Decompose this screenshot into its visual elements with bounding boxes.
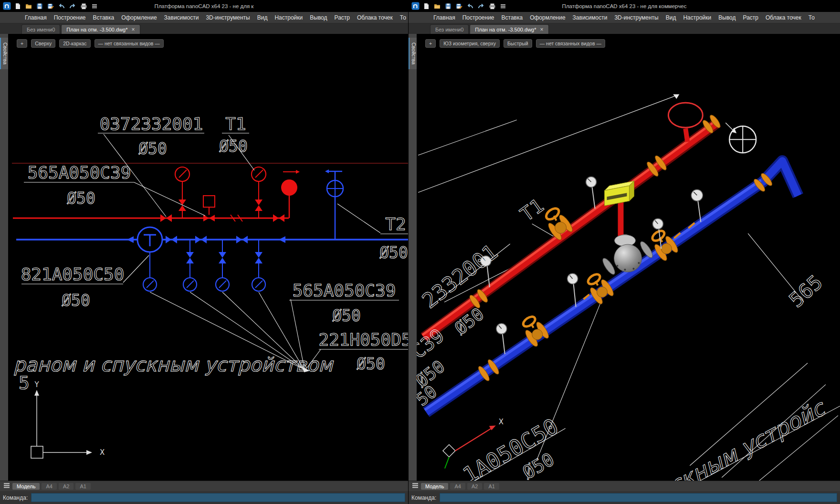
menu-icon[interactable] bbox=[499, 2, 507, 10]
menu-item-glavnaya[interactable]: Главная bbox=[433, 14, 455, 21]
label-t1: T1 bbox=[516, 194, 548, 225]
main-area: Свойства + ЮЗ изометрия, сверху Быстрый … bbox=[409, 34, 840, 481]
open-folder-icon[interactable] bbox=[24, 2, 33, 10]
pipe-label-2-dia: Ø50 bbox=[219, 137, 248, 156]
save-icon[interactable] bbox=[444, 2, 452, 10]
doc-tab-untitled[interactable]: Без имени0 bbox=[21, 24, 60, 34]
viewport-view-chip[interactable]: ЮЗ изометрия, сверху bbox=[440, 39, 500, 48]
titlebar: Платформа nanoCAD x64 23 - не для к bbox=[0, 0, 408, 12]
print-icon[interactable] bbox=[488, 2, 496, 10]
menu-item-to[interactable]: То bbox=[808, 14, 815, 21]
viewport-links-chip[interactable]: — нет связанных видов — bbox=[94, 39, 164, 48]
sheet-list-icon[interactable] bbox=[3, 482, 10, 491]
doc-tabbar: Без имени0 План на отм. -3.500.dwg*× bbox=[0, 23, 408, 34]
menu-item-vid[interactable]: Вид bbox=[257, 14, 268, 21]
menu-item-vstavka[interactable]: Вставка bbox=[93, 14, 115, 21]
tab-close-icon[interactable]: × bbox=[131, 27, 135, 32]
menubar: Главная Построение Вставка Оформление За… bbox=[0, 12, 408, 23]
menu-item-3d-instrumenty[interactable]: 3D-инструменты bbox=[206, 14, 250, 21]
command-bar: Команда: bbox=[409, 491, 840, 504]
tab-close-icon[interactable]: × bbox=[540, 27, 543, 32]
viewport-plus-button[interactable]: + bbox=[425, 39, 436, 48]
doc-tab-untitled[interactable]: Без имени0 bbox=[430, 24, 469, 34]
menu-item-glavnaya[interactable]: Главная bbox=[25, 14, 47, 21]
menu-item-vyvod[interactable]: Вывод bbox=[310, 14, 327, 21]
menubar: Главная Построение Вставка Оформление За… bbox=[409, 12, 840, 23]
viewport-style-chip[interactable]: 2D-каркас bbox=[59, 39, 90, 48]
menu-item-postroenie[interactable]: Построение bbox=[54, 14, 86, 21]
label-565: 565 bbox=[785, 271, 827, 312]
menu-item-postroenie[interactable]: Построение bbox=[462, 14, 494, 21]
menu-item-oformlenie[interactable]: Оформление bbox=[121, 14, 157, 21]
menu-item-oblaka-tochek[interactable]: Облака точек bbox=[766, 14, 801, 21]
main-area: Свойства + Сверху 2D-каркас — нет связан… bbox=[0, 34, 408, 481]
annotation-note: раном и спускным устройством bbox=[13, 354, 334, 376]
sheet-tab-a1[interactable]: А1 bbox=[75, 483, 90, 490]
pipe-label-5-id: T2 bbox=[385, 214, 406, 234]
sheet-tab-model[interactable]: Модель bbox=[12, 483, 40, 490]
doc-tab-active[interactable]: План на отм. -3.500.dwg*× bbox=[61, 24, 140, 34]
menu-item-oformlenie[interactable]: Оформление bbox=[530, 14, 565, 21]
command-input[interactable] bbox=[440, 493, 837, 502]
viewport-links-chip[interactable]: — нет связанных видов — bbox=[536, 39, 605, 48]
properties-panel-tab[interactable]: Свойства bbox=[0, 38, 8, 69]
axis-x-label: X bbox=[499, 418, 504, 426]
doc-tabbar: Без имени0 План на отм. -3.500.dwg*× bbox=[409, 23, 840, 34]
redo-icon[interactable] bbox=[477, 2, 485, 10]
menu-icon[interactable] bbox=[90, 2, 99, 10]
nanocad-logo[interactable] bbox=[2, 2, 11, 10]
sheet-tabbar: Модель А4 А2 А1 bbox=[409, 481, 840, 491]
regulator-valve bbox=[601, 234, 655, 276]
annotation-layer: 0372332001 Ø50 T1 Ø50 565A050C39 Ø50 821… bbox=[13, 114, 408, 393]
menu-item-oblaka-tochek[interactable]: Облака точек bbox=[357, 14, 393, 21]
redo-icon[interactable] bbox=[68, 2, 77, 10]
pipe-label-1-id: 0372332001 bbox=[100, 114, 203, 134]
drawing-canvas-3d[interactable]: + ЮЗ изометрия, сверху Быстрый — нет свя… bbox=[417, 34, 840, 481]
undo-icon[interactable] bbox=[57, 2, 66, 10]
sheet-tab-model[interactable]: Модель bbox=[421, 483, 448, 490]
menu-item-zavisimosti[interactable]: Зависимости bbox=[164, 14, 199, 21]
drawing-canvas-2d[interactable]: + Сверху 2D-каркас — нет связанных видов… bbox=[8, 34, 408, 481]
sheet-list-icon[interactable] bbox=[411, 482, 419, 491]
menu-item-nastroyki[interactable]: Настройки bbox=[683, 14, 711, 21]
menu-item-nastroyki[interactable]: Настройки bbox=[274, 14, 303, 21]
menu-item-zavisimosti[interactable]: Зависимости bbox=[573, 14, 608, 21]
menu-item-to[interactable]: То bbox=[400, 14, 406, 21]
sheet-tab-a2[interactable]: А2 bbox=[467, 483, 482, 490]
sheet-tab-a2[interactable]: А2 bbox=[59, 483, 74, 490]
label-note-fragment: скным устройс bbox=[665, 394, 830, 481]
quick-access-toolbar bbox=[409, 2, 507, 10]
ucs-icon: Y X bbox=[31, 380, 105, 458]
viewport-style-chip[interactable]: Быстрый bbox=[504, 39, 532, 48]
menu-item-vstavka[interactable]: Вставка bbox=[502, 14, 523, 21]
drawing-2d[interactable]: 0372332001 Ø50 T1 Ø50 565A050C39 Ø50 821… bbox=[8, 34, 408, 481]
menu-item-rastr[interactable]: Растр bbox=[743, 14, 758, 21]
menu-item-3d-instrumenty[interactable]: 3D-инструменты bbox=[614, 14, 658, 21]
yellow-tag bbox=[605, 181, 634, 206]
sheet-tab-a4[interactable]: А4 bbox=[450, 483, 465, 490]
nanocad-window-2d: Платформа nanoCAD x64 23 - не для к Глав… bbox=[0, 0, 408, 504]
menu-item-rastr[interactable]: Растр bbox=[335, 14, 350, 21]
doc-tab-active[interactable]: План на отм. -3.500.dwg*× bbox=[470, 24, 548, 34]
open-folder-icon[interactable] bbox=[433, 2, 441, 10]
new-file-icon[interactable] bbox=[13, 2, 22, 10]
properties-panel-tab[interactable]: Свойства bbox=[409, 38, 417, 69]
detail-number: 5 bbox=[19, 372, 30, 393]
new-file-icon[interactable] bbox=[422, 2, 430, 10]
save-icon[interactable] bbox=[35, 2, 44, 10]
menu-item-vyvod[interactable]: Вывод bbox=[718, 14, 735, 21]
save-as-icon[interactable] bbox=[455, 2, 463, 10]
print-icon[interactable] bbox=[79, 2, 88, 10]
command-input[interactable] bbox=[31, 493, 405, 502]
viewport-view-chip[interactable]: Сверху bbox=[31, 39, 55, 48]
label-2332001: 2332001 bbox=[418, 240, 502, 313]
save-as-icon[interactable] bbox=[46, 2, 55, 10]
pipe-label-2-id: T1 bbox=[225, 114, 246, 134]
sheet-tab-a1[interactable]: А1 bbox=[484, 483, 499, 490]
undo-icon[interactable] bbox=[466, 2, 474, 10]
sheet-tab-a4[interactable]: А4 bbox=[42, 483, 56, 490]
drawing-3d[interactable]: T1 2332001 Ø50 C39 Ø50 50 1A050C50 Ø50 5… bbox=[417, 34, 840, 481]
menu-item-vid[interactable]: Вид bbox=[666, 14, 676, 21]
nanocad-logo[interactable] bbox=[411, 2, 420, 10]
viewport-plus-button[interactable]: + bbox=[17, 39, 27, 48]
